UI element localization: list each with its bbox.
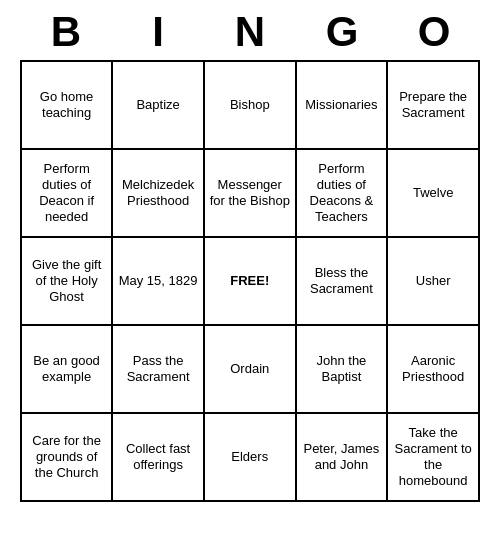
cell-r2-c2: FREE! [204, 237, 296, 325]
cell-r1-c1: Melchizedek Priesthood [112, 149, 204, 237]
cell-r3-c2: Ordain [204, 325, 296, 413]
cell-r2-c3: Bless the Sacrament [296, 237, 388, 325]
cell-r2-c0: Give the gift of the Holy Ghost [21, 237, 112, 325]
cell-r0-c0: Go home teaching [21, 61, 112, 149]
cell-r4-c2: Elders [204, 413, 296, 501]
cell-r3-c4: Aaronic Priesthood [387, 325, 479, 413]
cell-r1-c4: Twelve [387, 149, 479, 237]
cell-r3-c1: Pass the Sacrament [112, 325, 204, 413]
letter-n: N [210, 8, 290, 56]
cell-r2-c1: May 15, 1829 [112, 237, 204, 325]
cell-r0-c2: Bishop [204, 61, 296, 149]
cell-r1-c0: Perform duties of Deacon if needed [21, 149, 112, 237]
cell-r0-c4: Prepare the Sacrament [387, 61, 479, 149]
cell-r4-c3: Peter, James and John [296, 413, 388, 501]
letter-b: B [26, 8, 106, 56]
bingo-grid: Go home teachingBaptizeBishopMissionarie… [20, 60, 480, 502]
cell-r0-c3: Missionaries [296, 61, 388, 149]
cell-r4-c1: Collect fast offerings [112, 413, 204, 501]
letter-i: I [118, 8, 198, 56]
cell-r3-c0: Be an good example [21, 325, 112, 413]
bingo-title: B I N G O [20, 8, 480, 56]
cell-r1-c2: Messenger for the Bishop [204, 149, 296, 237]
cell-r2-c4: Usher [387, 237, 479, 325]
letter-o: O [394, 8, 474, 56]
cell-r4-c0: Care for the grounds of the Church [21, 413, 112, 501]
cell-r1-c3: Perform duties of Deacons & Teachers [296, 149, 388, 237]
letter-g: G [302, 8, 382, 56]
cell-r0-c1: Baptize [112, 61, 204, 149]
cell-r3-c3: John the Baptist [296, 325, 388, 413]
cell-r4-c4: Take the Sacrament to the homebound [387, 413, 479, 501]
